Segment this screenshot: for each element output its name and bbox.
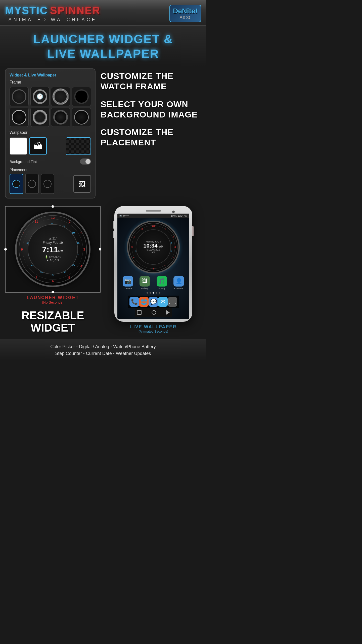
placement-option-left[interactable] xyxy=(10,174,23,194)
frame-option-5[interactable] xyxy=(10,108,29,127)
svg-text:5: 5 xyxy=(164,264,165,267)
resizable-title: RESIZABLE WIDGET xyxy=(5,309,101,334)
svg-text:4: 4 xyxy=(173,256,174,259)
wallpaper-option-white[interactable]: ✉ xyxy=(10,137,27,155)
tint-toggle[interactable] xyxy=(80,158,91,165)
app-header: MYSTIC SPINNER Animated Watchface DeNite… xyxy=(0,0,206,26)
widget-sub-label: (No Seconds) xyxy=(5,300,101,304)
footer-line2: Step Counter - Current Date - Weather Up… xyxy=(5,350,201,357)
frame-option-1[interactable] xyxy=(10,87,29,106)
phone-device: 📷 ⚙ ▾ ▾ 100% 10:34 AM 12 3 6 xyxy=(114,206,192,322)
phone-camera xyxy=(172,211,175,213)
resize-handle-left[interactable] xyxy=(4,248,7,251)
nav-home-button[interactable] xyxy=(152,310,156,315)
panel-tab-label[interactable]: Widget & Live Wallpaper xyxy=(10,73,91,77)
phone-showcase: 📷 ⚙ ▾ ▾ 100% 10:34 AM 12 3 6 xyxy=(106,206,201,334)
phone-app-spotify[interactable]: 🎵 Spotify xyxy=(154,276,169,290)
frame-option-6[interactable] xyxy=(30,108,50,127)
lower-section: 12 3 6 9 1 2 4 5 7 8 10 11 60 5 10 15 xyxy=(0,204,206,339)
frame-option-2[interactable]: 🕐 xyxy=(30,87,50,106)
widget-frame: 12 3 6 9 1 2 4 5 7 8 10 11 60 5 10 15 xyxy=(5,206,101,293)
dock-icon-messages[interactable]: 💬 xyxy=(149,297,158,307)
wallpaper-option-landscape[interactable]: 🏔 xyxy=(29,137,47,155)
resize-handle-right[interactable] xyxy=(99,248,101,251)
large-watch-face: 12 3 6 9 1 2 4 5 7 8 10 11 60 5 10 15 xyxy=(15,212,90,287)
tint-row: Background Tint xyxy=(10,158,91,165)
page-dot-4 xyxy=(156,292,157,294)
app-icon-gallery: 🖼 xyxy=(140,276,150,287)
watch-weather-display: ☁ 21° xyxy=(49,237,57,240)
phone-bottom-dock: 📞 🌐 💬 ✉ ⋮⋮ xyxy=(128,296,179,308)
placement-option-right[interactable] xyxy=(41,174,54,194)
phone-status-left-icons: 📷 ⚙ ▾ ▾ xyxy=(119,215,129,217)
phone-app-camera[interactable]: 📷 Camera xyxy=(120,276,135,290)
frame-option-3[interactable] xyxy=(51,87,70,106)
svg-text:7: 7 xyxy=(141,264,143,267)
svg-text:7: 7 xyxy=(35,276,37,279)
page-dot-5 xyxy=(159,292,160,294)
app-label-spotify: Spotify xyxy=(158,287,165,290)
frame-option-8[interactable] xyxy=(72,108,91,127)
svg-text:2: 2 xyxy=(80,232,82,235)
footer: Color Picker - Digital / Analog - Watch/… xyxy=(0,339,206,361)
wallpaper-pattern-selected[interactable] xyxy=(66,137,91,155)
nav-back-button[interactable] xyxy=(137,310,142,315)
phone-time-display: 10:34 AM xyxy=(178,215,187,217)
svg-text:4: 4 xyxy=(80,265,82,268)
svg-text:2: 2 xyxy=(173,235,174,238)
phone-app-contacts[interactable]: 👤 Contacts xyxy=(171,276,187,290)
phone-watch-center: Monday Jun. 4 10:34 AM 0 100%100% 907 xyxy=(136,229,171,265)
phone-watch-steps: 907 xyxy=(151,251,155,254)
dock-icon-email[interactable]: ✉ xyxy=(158,297,168,307)
app-title-block: MYSTIC SPINNER Animated Watchface xyxy=(5,5,100,22)
dock-icon-phone[interactable]: 📞 xyxy=(129,297,139,307)
phone-screen: 📷 ⚙ ▾ ▾ 100% 10:34 AM 12 3 6 xyxy=(117,214,189,319)
resizable-widget-label: RESIZABLE WIDGET xyxy=(5,309,101,334)
app-subtitle: Animated Watchface xyxy=(9,17,97,22)
placement-image-button[interactable]: 🖼 xyxy=(73,175,91,193)
phone-watch-stats: 0 100%100% xyxy=(147,249,160,251)
resize-handle-bottom[interactable] xyxy=(52,291,54,293)
frame-section-label: Frame xyxy=(10,80,91,85)
wallpaper-items-row: ✉ 🏔 xyxy=(10,137,91,155)
nav-recent-button[interactable] xyxy=(166,310,170,315)
live-wallpaper-label: LIVE WALLPAPER xyxy=(130,324,177,330)
page-dot-2 xyxy=(150,292,151,294)
watch-battery-display: 🔋 87% 92% xyxy=(45,255,61,259)
widget-main-label: LAUNCHER WIDGET xyxy=(5,295,101,300)
live-wallpaper-sublabel: (Animated Seconds) xyxy=(130,330,177,333)
frame-option-7[interactable] xyxy=(51,108,70,127)
phone-volume-buttons xyxy=(113,221,114,238)
company-logo: DeNite! Appz xyxy=(169,5,201,22)
app-title-row: MYSTIC SPINNER xyxy=(5,5,100,17)
main-content-area: Widget & Live Wallpaper Frame 🕐 xyxy=(0,66,206,204)
frame-option-4[interactable] xyxy=(72,87,91,106)
logo-denite-text: DeNite! xyxy=(173,7,198,15)
phone-watch-time: 10:34 AM xyxy=(143,243,163,249)
dock-icon-apps[interactable]: ⋮⋮ xyxy=(168,297,177,307)
title-mystic: MYSTIC xyxy=(5,5,48,17)
phone-vol-up xyxy=(113,221,114,229)
placement-mini-clock-3 xyxy=(43,180,52,188)
footer-line1: Color Picker - Digital / Analog - Watch/… xyxy=(5,343,201,350)
resize-handle-top[interactable] xyxy=(52,205,54,208)
phone-app-gallery[interactable]: 🖼 Gallery xyxy=(138,276,153,290)
svg-text:3: 3 xyxy=(83,248,85,251)
dock-icon-browser[interactable]: 🌐 xyxy=(139,297,149,307)
feature-1-text: CUSTOMIZE THE WATCH FRAME xyxy=(101,71,201,92)
svg-text:12: 12 xyxy=(51,216,55,220)
phone-watch-face: 12 3 6 9 1 2 4 5 7 8 10 11 60 xyxy=(127,221,180,273)
placement-option-center[interactable] xyxy=(25,174,39,194)
svg-text:11: 11 xyxy=(141,228,143,231)
section-title-heading: LAUNCHER WIDGET & LIVE WALLPAPER xyxy=(5,32,201,61)
watch-steps-display: ✦ 16,789 xyxy=(47,259,59,262)
page-dot-3 xyxy=(153,292,154,294)
svg-text:5: 5 xyxy=(68,276,70,279)
placement-label: Placement xyxy=(10,168,91,172)
app-icon-contacts: 👤 xyxy=(173,276,184,287)
frame-grid: 🕐 xyxy=(10,87,91,127)
wallpaper-section-label: Wallpaper xyxy=(10,130,91,135)
phone-battery-text: 100% xyxy=(171,215,177,217)
svg-text:10: 10 xyxy=(23,232,26,235)
phone-vol-down xyxy=(113,231,114,238)
